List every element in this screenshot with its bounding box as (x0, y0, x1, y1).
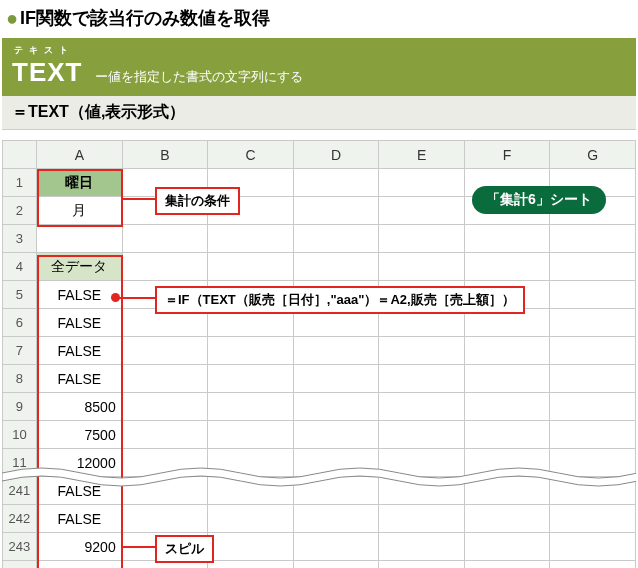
cell[interactable] (550, 281, 636, 309)
cell[interactable] (550, 421, 636, 449)
cell[interactable] (464, 505, 550, 533)
cell[interactable] (550, 225, 636, 253)
cell[interactable] (464, 561, 550, 569)
cell[interactable] (464, 337, 550, 365)
cell[interactable] (464, 421, 550, 449)
row-header[interactable]: 5 (3, 281, 37, 309)
cell[interactable] (464, 365, 550, 393)
cell[interactable] (208, 337, 294, 365)
cell[interactable]: FALSE (36, 477, 122, 505)
cell[interactable]: 12000 (36, 449, 122, 477)
cell[interactable] (379, 561, 465, 569)
row-header[interactable]: 1 (3, 169, 37, 197)
cell[interactable] (464, 253, 550, 281)
cell[interactable] (293, 561, 379, 569)
cell[interactable] (550, 477, 636, 505)
cell[interactable] (379, 393, 465, 421)
row-header[interactable]: 3 (3, 225, 37, 253)
row-header[interactable]: 7 (3, 337, 37, 365)
cell[interactable] (464, 533, 550, 561)
cell[interactable] (379, 449, 465, 477)
cell[interactable]: 8500 (36, 393, 122, 421)
row-header[interactable]: 241 (3, 477, 37, 505)
cell[interactable] (36, 225, 122, 253)
cell[interactable] (379, 253, 465, 281)
cell[interactable] (379, 421, 465, 449)
cell[interactable] (208, 477, 294, 505)
cell[interactable] (379, 533, 465, 561)
cell[interactable] (122, 449, 208, 477)
cell[interactable] (208, 421, 294, 449)
cell[interactable] (550, 449, 636, 477)
cell[interactable] (208, 253, 294, 281)
cell[interactable]: 60000 (36, 561, 122, 569)
cell[interactable] (293, 533, 379, 561)
cell[interactable] (464, 449, 550, 477)
row-header[interactable]: 242 (3, 505, 37, 533)
cell[interactable] (293, 253, 379, 281)
cell[interactable] (379, 477, 465, 505)
row-header[interactable]: 2 (3, 197, 37, 225)
row-header[interactable]: 9 (3, 393, 37, 421)
cell[interactable] (293, 393, 379, 421)
cell[interactable] (293, 449, 379, 477)
cell[interactable] (379, 505, 465, 533)
cell[interactable] (464, 477, 550, 505)
row-header[interactable]: 243 (3, 533, 37, 561)
cell[interactable] (208, 393, 294, 421)
col-header[interactable]: D (293, 141, 379, 169)
cell[interactable]: 曜日 (36, 169, 122, 197)
cell[interactable] (550, 533, 636, 561)
cell[interactable] (293, 337, 379, 365)
cell[interactable] (293, 225, 379, 253)
row-header[interactable]: 11 (3, 449, 37, 477)
cell[interactable]: FALSE (36, 309, 122, 337)
cell[interactable] (379, 225, 465, 253)
cell[interactable] (464, 393, 550, 421)
col-header[interactable]: G (550, 141, 636, 169)
cell[interactable] (293, 505, 379, 533)
cell[interactable] (464, 225, 550, 253)
cell[interactable] (293, 421, 379, 449)
cell[interactable] (293, 169, 379, 197)
cell[interactable] (208, 505, 294, 533)
row-header[interactable]: 8 (3, 365, 37, 393)
row-header[interactable]: 6 (3, 309, 37, 337)
cell[interactable]: 月 (36, 197, 122, 225)
cell[interactable] (550, 561, 636, 569)
corner-cell[interactable] (3, 141, 37, 169)
cell[interactable] (208, 365, 294, 393)
cell[interactable] (208, 561, 294, 569)
cell[interactable] (122, 421, 208, 449)
cell[interactable] (208, 225, 294, 253)
col-header[interactable]: E (379, 141, 465, 169)
cell[interactable] (122, 393, 208, 421)
col-header[interactable]: F (464, 141, 550, 169)
col-header[interactable]: C (208, 141, 294, 169)
cell[interactable]: 7500 (36, 421, 122, 449)
cell[interactable] (122, 253, 208, 281)
cell[interactable] (550, 309, 636, 337)
cell[interactable] (379, 365, 465, 393)
cell[interactable] (550, 393, 636, 421)
cell[interactable] (122, 505, 208, 533)
col-header[interactable]: B (122, 141, 208, 169)
cell[interactable] (122, 225, 208, 253)
cell[interactable] (122, 365, 208, 393)
cell[interactable]: FALSE (36, 281, 122, 309)
row-header[interactable]: 244 (3, 561, 37, 569)
cell[interactable] (379, 197, 465, 225)
cell[interactable] (293, 477, 379, 505)
cell[interactable] (379, 337, 465, 365)
cell[interactable] (293, 365, 379, 393)
cell[interactable]: 9200 (36, 533, 122, 561)
cell[interactable] (293, 197, 379, 225)
cell[interactable] (550, 365, 636, 393)
row-header[interactable]: 4 (3, 253, 37, 281)
cell[interactable] (550, 337, 636, 365)
cell[interactable] (379, 169, 465, 197)
cell[interactable] (208, 533, 294, 561)
cell[interactable]: 全データ (36, 253, 122, 281)
cell[interactable]: FALSE (36, 365, 122, 393)
cell[interactable] (122, 477, 208, 505)
